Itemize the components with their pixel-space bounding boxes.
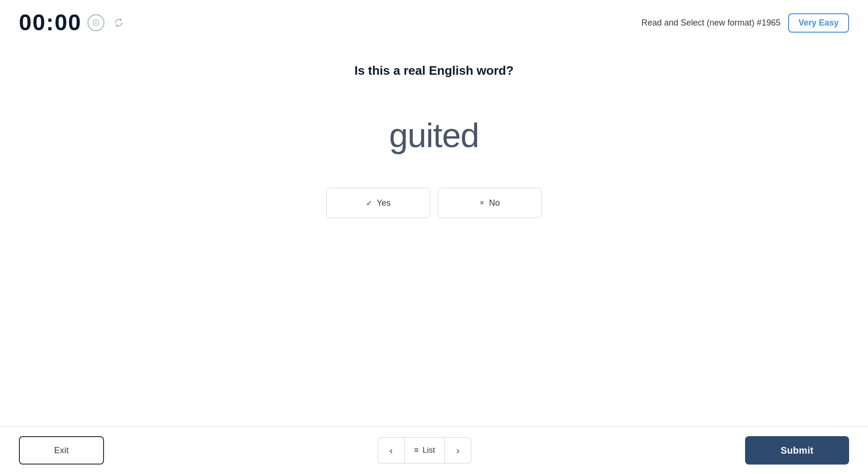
checkmark-icon: ✓ <box>366 199 372 208</box>
answer-buttons: ✓ Yes × No <box>326 188 542 218</box>
submit-button[interactable]: Submit <box>745 436 849 465</box>
main-content: 00:00 Read and Select (new format) #1965… <box>0 0 868 426</box>
top-bar: 00:00 Read and Select (new format) #1965… <box>19 11 849 34</box>
chevron-left-icon: ‹ <box>390 445 393 456</box>
play-button[interactable] <box>87 14 104 31</box>
yes-label: Yes <box>377 198 391 208</box>
nav-center: ‹ ≡ List › <box>378 437 471 464</box>
svg-marker-1 <box>95 22 97 24</box>
difficulty-badge: Very Easy <box>788 13 849 33</box>
next-button[interactable]: › <box>445 437 471 464</box>
question-text: Is this a real English word? <box>355 63 514 78</box>
chevron-right-icon: › <box>456 445 460 456</box>
question-area: Is this a real English word? guited ✓ Ye… <box>19 49 849 415</box>
prev-button[interactable]: ‹ <box>378 437 404 464</box>
list-button[interactable]: ≡ List <box>404 437 445 464</box>
cross-icon: × <box>480 199 484 207</box>
right-header: Read and Select (new format) #1965 Very … <box>642 13 849 33</box>
yes-button[interactable]: ✓ Yes <box>326 188 430 218</box>
footer: Exit ‹ ≡ List › Submit <box>0 426 868 474</box>
no-button[interactable]: × No <box>438 188 542 218</box>
list-label: List <box>423 446 435 455</box>
timer-section: 00:00 <box>19 11 127 34</box>
refresh-button[interactable] <box>110 14 127 31</box>
list-icon: ≡ <box>414 446 419 455</box>
timer-display: 00:00 <box>19 11 82 34</box>
exercise-title: Read and Select (new format) #1965 <box>642 18 781 28</box>
exit-button[interactable]: Exit <box>19 436 104 465</box>
word-display: guited <box>389 116 479 155</box>
no-label: No <box>489 198 500 208</box>
